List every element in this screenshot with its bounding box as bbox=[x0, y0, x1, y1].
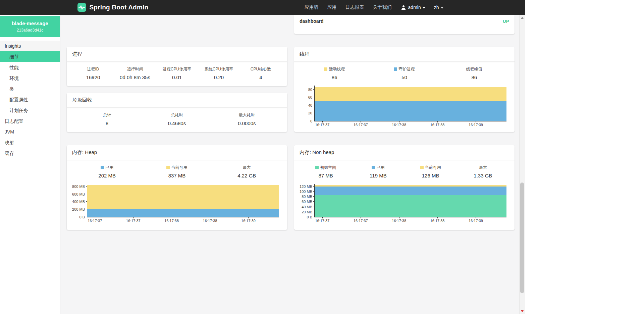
x-axis-label: 16:17:37 bbox=[315, 219, 329, 223]
status-badge: UP bbox=[503, 19, 509, 24]
x-axis-label: 16:17:37 bbox=[354, 219, 368, 223]
stat-cell: 当前可用126 MB bbox=[405, 165, 457, 178]
area-yellow bbox=[87, 185, 279, 209]
stat-value: 86 bbox=[300, 74, 369, 80]
stat-label-text: 已用 bbox=[376, 165, 384, 170]
tick-mark bbox=[361, 121, 361, 122]
nav-item-log-report[interactable]: 日志报表 bbox=[341, 4, 369, 10]
navbar-menu: 应用墙应用日志报表关于我们 admin zh bbox=[300, 4, 448, 10]
x-axis-label: 16:17:37 bbox=[315, 123, 329, 127]
stat-value: 126 MB bbox=[405, 173, 457, 178]
brand[interactable]: Spring Boot Admin bbox=[77, 3, 149, 12]
x-axis-label: 16:17:38 bbox=[430, 123, 445, 127]
threads-chart: 02040608016:17:3716:17:3716:17:3816:17:3… bbox=[296, 86, 506, 121]
sidebar-item-configprops[interactable]: 配置属性 bbox=[0, 94, 60, 105]
stat-label: 系统CPU使用率 bbox=[198, 66, 240, 72]
stat-cell: 活动线程86 bbox=[300, 66, 369, 80]
scroll-up-arrow-icon[interactable] bbox=[520, 15, 525, 20]
card-title: 进程 bbox=[67, 47, 287, 62]
stat-value: 202 MB bbox=[72, 173, 142, 178]
area-green bbox=[315, 195, 506, 217]
vertical-scrollbar[interactable] bbox=[519, 15, 525, 314]
stat-label: 最大耗时 bbox=[212, 112, 282, 118]
stat-value: 0d 0h 8m 35s bbox=[114, 74, 156, 80]
app-name: blade-message bbox=[3, 20, 57, 26]
stat-label-text: 线程峰值 bbox=[466, 67, 482, 71]
locale-menu[interactable]: zh bbox=[430, 5, 448, 10]
nav-item-applications[interactable]: 应用 bbox=[323, 4, 341, 10]
stats-row: 已用202 MB当前可用837 MB最大4.22 GB bbox=[67, 160, 287, 181]
x-axis-label: 16:17:38 bbox=[164, 219, 179, 223]
sidebar-item-environment[interactable]: 环境 bbox=[0, 73, 60, 84]
card-title-text: 内存: Non heap bbox=[300, 149, 334, 155]
stat-label: 最大 bbox=[457, 165, 509, 170]
y-axis-label: 80 MB bbox=[302, 195, 312, 199]
y-axis-label: 0 bbox=[310, 119, 312, 123]
area-blue bbox=[87, 209, 279, 217]
sidebar-item-loggers[interactable]: 日志配置 bbox=[0, 116, 60, 126]
cards-grid: 进程 进程ID16920运行时间0d 0h 8m 35s进程CPU使用率0.01… bbox=[67, 15, 515, 230]
sidebar-item-metrics[interactable]: 性能 bbox=[0, 62, 60, 73]
card-title-text: 线程 bbox=[300, 51, 310, 57]
sidebar-item-jvm[interactable]: JVM bbox=[0, 126, 60, 137]
sidebar-item-beans[interactable]: 类 bbox=[0, 84, 60, 94]
y-axis-label: 0 B bbox=[307, 215, 312, 219]
stat-cell: 最大1.33 GB bbox=[457, 165, 509, 178]
sidebar-item-details[interactable]: 细节 bbox=[0, 51, 60, 62]
browser-viewport: Spring Boot Admin 应用墙应用日志报表关于我们 admin zh bbox=[0, 0, 525, 314]
tick-mark bbox=[361, 217, 361, 218]
spring-boot-admin-logo-icon bbox=[77, 3, 86, 12]
y-axis-label: 40 bbox=[308, 103, 312, 107]
instance-status-row[interactable]: dashboard UP bbox=[294, 15, 515, 28]
stat-label: 进程CPU使用率 bbox=[156, 66, 198, 72]
y-axis-label: 600 MB bbox=[72, 192, 85, 196]
stat-value: 0.20 bbox=[198, 74, 240, 80]
stat-cell: 守护进程50 bbox=[369, 66, 439, 80]
stat-cell: 最大耗时0.0000s bbox=[212, 112, 282, 126]
stat-value: 8 bbox=[72, 120, 142, 126]
legend-yellow-icon bbox=[420, 166, 424, 169]
sidebar-item-mappings[interactable]: 映射 bbox=[0, 137, 60, 148]
y-axis-label: 60 MB bbox=[302, 200, 312, 204]
stat-label-text: 进程CPU使用率 bbox=[163, 67, 191, 71]
stat-value: 837 MB bbox=[142, 173, 212, 178]
tick-mark bbox=[313, 97, 315, 97]
tick-mark bbox=[399, 217, 399, 218]
stat-label: 已用 bbox=[72, 165, 142, 170]
tick-mark bbox=[313, 186, 315, 187]
card-title: 线程 bbox=[294, 47, 515, 62]
user-menu[interactable]: admin bbox=[396, 4, 430, 10]
tick-mark bbox=[437, 121, 438, 122]
sidebar-item-scheduled-tasks[interactable]: 计划任务 bbox=[0, 105, 60, 116]
stat-label-text: 已用 bbox=[105, 165, 113, 170]
card-title: 垃圾回收 bbox=[67, 93, 287, 108]
stat-label: 最大 bbox=[212, 165, 282, 170]
legend-blue-icon bbox=[372, 166, 375, 169]
scroll-down-arrow-icon[interactable] bbox=[520, 308, 525, 314]
top-navbar: Spring Boot Admin 应用墙应用日志报表关于我们 admin zh bbox=[0, 0, 525, 15]
y-axis-label: 200 MB bbox=[72, 208, 85, 211]
nav-item-wallboard[interactable]: 应用墙 bbox=[300, 4, 323, 10]
nav-item-about[interactable]: 关于我们 bbox=[369, 4, 396, 10]
card-title-text: 垃圾回收 bbox=[72, 97, 92, 103]
tick-mark bbox=[322, 121, 323, 122]
stat-value: 4.22 GB bbox=[212, 173, 282, 178]
heap-memory-card: 内存: Heap 已用202 MB当前可用837 MB最大4.22 GB 0 B… bbox=[67, 145, 287, 230]
sidebar-menu: Insights细节性能环境类配置属性计划任务日志配置JVM映射缓存 bbox=[0, 41, 60, 159]
stat-label-text: 最大 bbox=[243, 165, 251, 170]
area-yellow bbox=[315, 185, 506, 187]
x-axis-label: 16:17:38 bbox=[430, 219, 445, 223]
scrollbar-thumb[interactable] bbox=[520, 182, 524, 293]
stat-cell: 已用119 MB bbox=[352, 165, 404, 178]
instance-header[interactable]: blade-message 213a6ad3d41c bbox=[0, 16, 60, 37]
stat-label: 运行时间 bbox=[114, 66, 156, 72]
stat-label-text: 最大耗时 bbox=[239, 113, 255, 117]
stat-label-text: 系统CPU使用率 bbox=[205, 67, 233, 71]
tick-mark bbox=[86, 201, 87, 202]
sidebar-item-caches[interactable]: 缓存 bbox=[0, 148, 60, 159]
x-axis-label: 16:17:37 bbox=[126, 219, 141, 223]
tick-mark bbox=[86, 209, 87, 209]
threads-card: 线程 活动线程86守护进程50线程峰值86 02040608016:17:371… bbox=[294, 47, 515, 132]
tick-mark bbox=[313, 105, 315, 105]
stat-cell: 已用202 MB bbox=[72, 165, 142, 178]
